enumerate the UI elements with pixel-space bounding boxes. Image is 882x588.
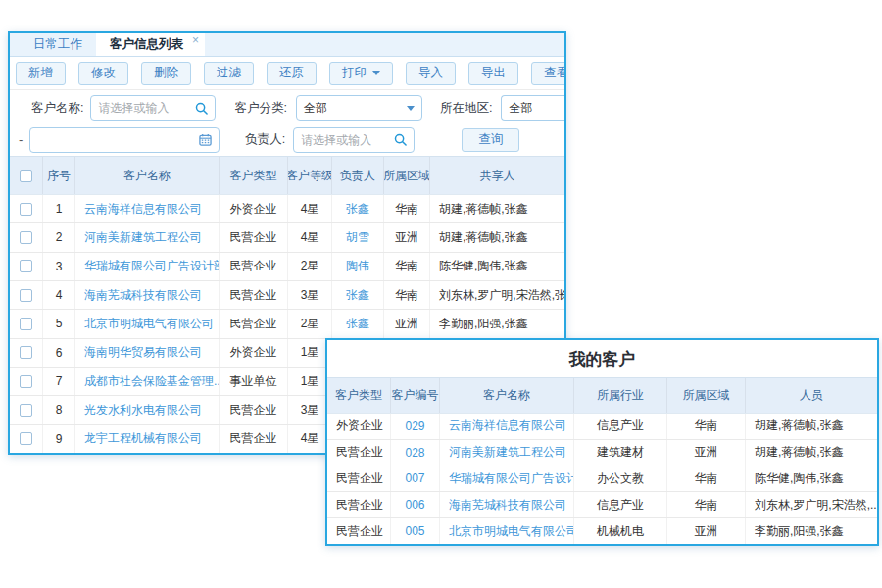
column-header: 所属区域 [667,378,746,413]
row-checkbox[interactable] [20,203,32,216]
customer-name-link[interactable]: 海南芜城科技有限公司 [440,492,574,517]
column-header: 人员 [746,378,877,413]
my-customers-title: 我的客户 [327,340,877,377]
row-checkbox[interactable] [20,289,32,302]
search-icon[interactable] [195,102,208,115]
owner-input[interactable] [293,127,415,153]
customer-code-link[interactable]: 005 [391,518,440,544]
row-checkbox[interactable] [20,346,32,359]
query-button[interactable]: 查询 [462,128,519,152]
date-input[interactable] [29,127,220,153]
grade-cell: 4星 [288,223,332,251]
edit-button[interactable]: 修改 [78,62,128,85]
import-button[interactable]: 导入 [406,62,456,85]
owner-link[interactable]: 胡雪 [332,223,384,251]
customer-type-cell: 民营企业 [220,425,288,453]
tab-customer-list[interactable]: 客户信息列表 × [96,33,205,56]
column-header: 客户编号 [391,378,440,413]
customer-name-link[interactable]: 云南海祥信息有限公司 [440,414,574,439]
calendar-icon[interactable] [199,133,212,146]
region-cell: 华南 [667,414,746,439]
checkbox-cell [10,368,43,395]
search-icon[interactable] [394,133,407,146]
seq-cell: 3 [43,253,75,280]
row-checkbox[interactable] [20,260,32,272]
row-checkbox[interactable] [20,231,32,244]
delete-button[interactable]: 删除 [141,62,191,85]
customer-name-input-field[interactable] [98,101,195,115]
customer-name-link[interactable]: 海南明华贸易有限公司 [75,339,220,367]
column-header: 客户名称 [440,378,574,413]
row-checkbox[interactable] [20,432,32,445]
customer-name-link[interactable]: 龙宇工程机械有限公司 [75,425,220,453]
region-cell: 亚洲 [384,310,430,337]
customer-type-cell: 民营企业 [327,466,391,492]
customer-name-link[interactable]: 北京市明城电气有限公司 [75,310,220,337]
select-all-checkbox[interactable] [20,170,32,182]
customer-code-link[interactable]: 007 [391,466,440,492]
customer-name-link[interactable]: 河南美新建筑工程公司 [440,440,574,466]
owner-link[interactable]: 张鑫 [332,310,384,337]
filter-row-2: - 负责人: 查询 [10,123,564,156]
shared-cell: 胡建,蒋德帧,张鑫 [430,195,564,222]
customer-name-link[interactable]: 华瑞城有限公司广告设计部 [75,253,220,280]
shared-cell: 刘东林,罗广明,宋浩然,张鑫 [430,281,564,309]
checkbox-cell [10,339,43,367]
owner-link[interactable]: 张鑫 [332,195,384,222]
row-checkbox[interactable] [20,404,32,416]
region-cell: 华南 [667,466,746,492]
customer-code-link[interactable]: 029 [391,414,440,439]
table-row: 3华瑞城有限公司广告设计部民营企业2星陶伟华南陈华健,陶伟,张鑫 [10,252,564,280]
customer-name-link[interactable]: 云南海祥信息有限公司 [75,195,220,222]
filter-row-1: 客户名称: 客户分类: 全部 所在地区: 全部 [10,92,564,123]
customer-name-link[interactable]: 北京市明城电气有限公司 [440,518,574,544]
owner-link[interactable]: 张鑫 [332,281,384,309]
shared-cell: 胡建,蒋德帧,张鑫 [430,223,564,251]
customer-code-link[interactable]: 028 [391,440,440,466]
seq-cell: 1 [43,195,75,222]
district-select-value: 全部 [509,100,558,117]
checkbox-cell [10,195,43,222]
column-header: 所属行业 [574,378,667,413]
customer-name-input[interactable] [90,95,216,121]
region-cell: 华南 [384,281,430,309]
desktop: 日常工作 客户信息列表 × 新增 修改 删除 过滤 还原 打印 导入 导出 查看… [0,0,882,588]
customer-name-link[interactable]: 海南芜城科技有限公司 [75,281,220,309]
industry-cell: 办公文教 [574,466,667,492]
customer-name-link[interactable]: 河南美新建筑工程公司 [75,223,220,251]
district-select[interactable]: 全部 [501,95,564,121]
owner-input-field[interactable] [301,133,394,147]
customer-name-link[interactable]: 华瑞城有限公司广告设计部 [440,466,574,492]
category-select[interactable]: 全部 [296,95,422,121]
customer-name-link[interactable]: 光发水利水电有限公司 [75,396,220,423]
customer-name-link[interactable]: 成都市社会保险基金管理... [75,368,220,395]
row-checkbox[interactable] [20,375,32,388]
grade-cell: 3星 [288,281,332,309]
print-button[interactable]: 打印 [329,62,393,85]
restore-button[interactable]: 还原 [267,62,317,85]
my-customers-table-body: 外资企业029云南海祥信息有限公司信息产业华南胡建,蒋德帧,张鑫民营企业028河… [327,413,877,544]
shared-cell: 陈华健,陶伟,张鑫 [430,253,564,280]
industry-cell: 信息产业 [574,414,667,439]
view-log-button[interactable]: 查看日志 [531,62,566,85]
category-select-value: 全部 [304,100,407,117]
industry-cell: 信息产业 [574,492,667,517]
close-icon[interactable]: × [192,33,199,47]
customer-type-cell: 民营企业 [327,440,391,466]
seq-cell: 4 [43,281,75,309]
add-button[interactable]: 新增 [16,62,66,85]
seq-cell: 2 [43,223,75,251]
grade-cell: 4星 [288,195,332,222]
date-input-field[interactable] [37,133,199,147]
checkbox-cell [10,223,43,251]
row-checkbox[interactable] [20,318,32,330]
export-button[interactable]: 导出 [468,62,518,85]
tab-daily-work[interactable]: 日常工作 [20,33,96,56]
column-header: 客户名称 [75,157,220,194]
owner-link[interactable]: 陶伟 [332,253,384,280]
customer-code-link[interactable]: 006 [391,492,440,517]
seq-cell: 8 [43,396,75,423]
filter-button[interactable]: 过滤 [204,62,254,85]
seq-cell: 5 [43,310,75,337]
checkbox-cell [10,425,43,453]
